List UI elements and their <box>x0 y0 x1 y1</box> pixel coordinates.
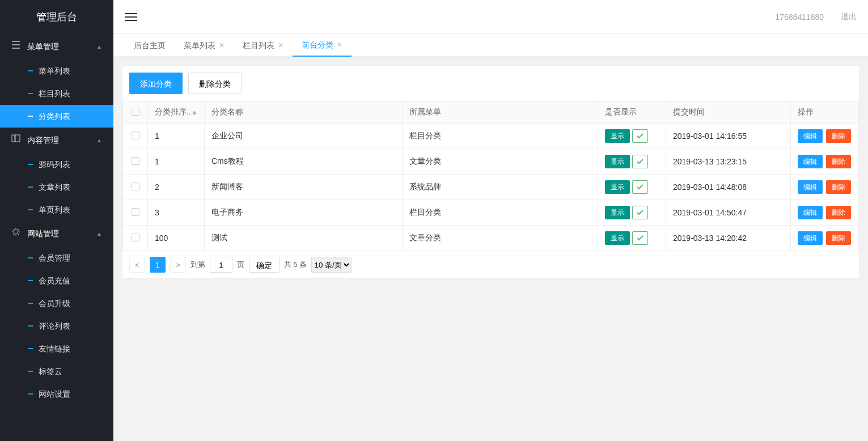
col-visible: 是否显示 <box>605 107 637 116</box>
cell-sort: 3 <box>148 200 205 226</box>
edit-button[interactable]: 编辑 <box>798 180 823 194</box>
cell-name: 新闻博客 <box>205 175 403 200</box>
chevron-up-icon: ▲ <box>96 128 102 153</box>
page-number-button[interactable]: 1 <box>150 257 166 273</box>
nav-item-member-recharge[interactable]: 会员充值 <box>0 269 113 292</box>
col-sort[interactable]: 分类排序.. <box>155 107 191 116</box>
show-button[interactable]: 显示 <box>605 206 630 219</box>
goto-page-input[interactable] <box>210 257 232 273</box>
col-name: 分类名称 <box>211 107 243 116</box>
nav-item-menu-list[interactable]: 菜单列表 <box>0 60 113 82</box>
tab-menu-list[interactable]: 菜单列表✕ <box>175 34 234 57</box>
checkbox-all[interactable] <box>132 108 139 116</box>
col-menu: 所属菜单 <box>409 107 441 116</box>
cell-time: 2019-03-01 14:48:08 <box>666 175 791 200</box>
nav-item-comment-list[interactable]: 评论列表 <box>0 315 113 337</box>
check-icon[interactable] <box>632 155 648 168</box>
nav-item-article-list[interactable]: 文章列表 <box>0 176 113 198</box>
cell-sort: 1 <box>148 149 205 175</box>
nav-item-member-mgmt[interactable]: 会员管理 <box>0 247 113 269</box>
delete-button[interactable]: 删除 <box>826 231 851 245</box>
svg-rect-1 <box>15 135 20 142</box>
close-icon[interactable]: ✕ <box>219 34 225 57</box>
total-label: 共 5 条 <box>284 260 307 270</box>
edit-button[interactable]: 编辑 <box>798 129 823 143</box>
table-row: 1企业公司栏目分类显示2019-03-01 14:16:55编辑删除 <box>123 124 859 149</box>
cell-name: 电子商务 <box>205 200 403 226</box>
cell-name: 企业公司 <box>205 124 403 149</box>
close-icon[interactable]: ✕ <box>337 33 342 56</box>
sort-icon[interactable]: ◆ <box>192 109 197 116</box>
delete-button[interactable]: 删除 <box>826 206 851 219</box>
close-icon[interactable]: ✕ <box>278 34 283 57</box>
show-button[interactable]: 显示 <box>605 231 630 245</box>
col-time: 提交时间 <box>673 107 705 116</box>
page-size-select[interactable]: 10 条/页 <box>311 257 352 273</box>
show-button[interactable]: 显示 <box>605 180 630 194</box>
nav-item-column-list[interactable]: 栏目列表 <box>0 82 113 105</box>
page-unit: 页 <box>237 260 244 270</box>
row-checkbox[interactable] <box>132 208 139 216</box>
chevron-up-icon: ▲ <box>96 34 102 60</box>
show-button[interactable]: 显示 <box>605 155 630 168</box>
edit-button[interactable]: 编辑 <box>798 155 823 168</box>
tab-front-category[interactable]: 前台分类✕ <box>293 34 352 57</box>
cell-time: 2019-03-13 13:23:15 <box>666 149 791 175</box>
cell-menu: 栏目分类 <box>402 124 598 149</box>
nav-group-content[interactable]: 内容管理 ▲ <box>0 128 113 153</box>
svg-rect-0 <box>12 135 15 142</box>
nav-item-tag-cloud[interactable]: 标签云 <box>0 360 113 383</box>
app-logo: 管理后台 <box>0 0 113 34</box>
hamburger-icon[interactable] <box>125 11 137 23</box>
show-button[interactable]: 显示 <box>605 129 630 143</box>
book-icon <box>11 128 22 153</box>
cell-menu: 文章分类 <box>402 226 598 251</box>
col-ops: 操作 <box>798 107 814 116</box>
table-row: 2新闻博客系统品牌显示2019-03-01 14:48:08编辑删除 <box>123 175 859 200</box>
cell-name: 测试 <box>205 226 403 251</box>
edit-button[interactable]: 编辑 <box>798 206 823 219</box>
content-area: 添加分类 删除分类 分类排序..◆ 分类名称 所属菜单 是否显示 提交时间 操作 <box>113 57 868 441</box>
table-row: 3电子商务栏目分类显示2019-03-01 14:50:47编辑删除 <box>123 200 859 226</box>
tab-home[interactable]: 后台主页 <box>125 34 175 57</box>
logout-link[interactable]: 退出 <box>841 12 857 22</box>
nav-item-friend-link[interactable]: 友情链接 <box>0 337 113 360</box>
goto-confirm-button[interactable]: 确定 <box>249 257 280 273</box>
nav-item-member-upgrade[interactable]: 会员升级 <box>0 292 113 315</box>
pagination: < 1 > 到第 页 确定 共 5 条 10 条/页 <box>122 251 859 278</box>
main-area: 17688411880 退出 后台主页 菜单列表✕ 栏目列表✕ 前台分类✕ 添加… <box>113 0 868 441</box>
check-icon[interactable] <box>632 206 648 219</box>
row-checkbox[interactable] <box>132 234 139 241</box>
cell-menu: 栏目分类 <box>402 200 598 226</box>
table-row: 100测试文章分类显示2019-03-13 14:20:42编辑删除 <box>123 226 859 251</box>
delete-category-button[interactable]: 删除分类 <box>188 73 242 94</box>
row-checkbox[interactable] <box>132 183 139 190</box>
nav-group-label: 内容管理 <box>27 128 59 153</box>
goto-label: 到第 <box>190 260 205 270</box>
card: 添加分类 删除分类 分类排序..◆ 分类名称 所属菜单 是否显示 提交时间 操作 <box>122 65 859 279</box>
next-page-button[interactable]: > <box>170 257 186 273</box>
tab-column-list[interactable]: 栏目列表✕ <box>234 34 293 57</box>
user-phone[interactable]: 17688411880 <box>775 12 824 22</box>
add-category-button[interactable]: 添加分类 <box>129 73 183 94</box>
check-icon[interactable] <box>632 231 648 245</box>
edit-button[interactable]: 编辑 <box>798 231 823 245</box>
nav-item-category-list[interactable]: 分类列表 <box>0 105 113 128</box>
nav-item-source-list[interactable]: 源码列表 <box>0 153 113 176</box>
nav-group-menu[interactable]: 菜单管理 ▲ <box>0 34 113 60</box>
prev-page-button[interactable]: < <box>129 257 145 273</box>
row-checkbox[interactable] <box>132 157 139 165</box>
cell-sort: 2 <box>148 175 205 200</box>
category-table: 分类排序..◆ 分类名称 所属菜单 是否显示 提交时间 操作 1企业公司栏目分类… <box>122 101 859 251</box>
delete-button[interactable]: 删除 <box>826 155 851 168</box>
nav-item-site-settings[interactable]: 网站设置 <box>0 383 113 405</box>
nav-group-site[interactable]: 网站管理 ▲ <box>0 221 113 247</box>
delete-button[interactable]: 删除 <box>826 180 851 194</box>
nav-group-label: 菜单管理 <box>27 34 59 60</box>
nav-item-page-list[interactable]: 单页列表 <box>0 198 113 221</box>
delete-button[interactable]: 删除 <box>826 129 851 143</box>
check-icon[interactable] <box>632 129 648 143</box>
check-icon[interactable] <box>632 180 648 194</box>
cell-menu: 文章分类 <box>402 149 598 175</box>
row-checkbox[interactable] <box>132 132 139 139</box>
